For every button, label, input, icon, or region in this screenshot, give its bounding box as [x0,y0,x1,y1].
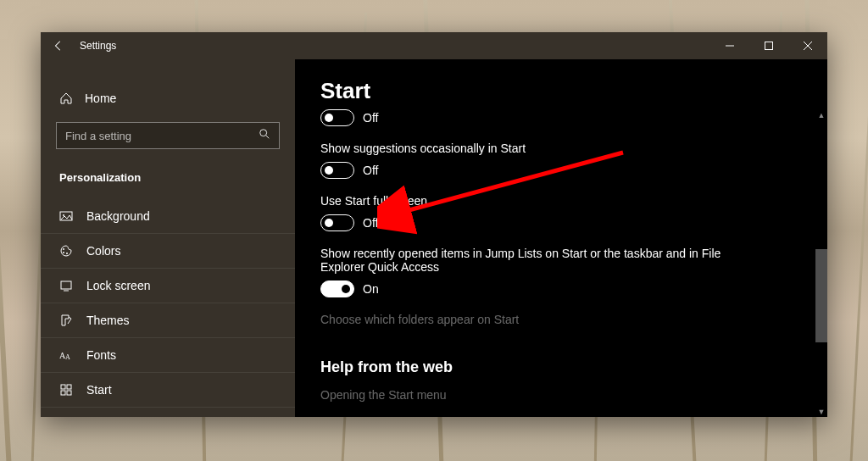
svg-rect-13 [61,385,65,389]
svg-point-8 [66,253,68,254]
close-button[interactable] [788,32,827,59]
toggle-label: Show recently opened items in Jump Lists… [320,247,736,274]
scroll-down-icon[interactable]: ▼ [815,406,827,417]
svg-rect-14 [67,385,71,389]
sidebar-item-label: Fonts [86,348,116,362]
home-label: Home [85,92,116,105]
search-input[interactable] [65,130,250,142]
toggle-state: On [363,282,379,296]
search-box[interactable] [56,122,280,149]
fonts-icon: AA [59,348,73,362]
minimize-icon [726,42,734,50]
window-title: Settings [80,40,116,52]
palette-icon [59,244,73,258]
toggle-partial[interactable]: Off [320,109,793,126]
close-icon [804,42,812,50]
sidebar-item-label: Themes [86,314,130,327]
maximize-icon [765,42,773,50]
choose-folders-link[interactable]: Choose which folders appear on Start [320,313,793,326]
toggle-row-partial: Off [320,109,793,126]
toggle-state: Off [363,216,378,230]
sidebar-item-start[interactable]: Start [41,373,295,408]
toggle-switch[interactable] [320,162,354,179]
toggle-state: Off [363,164,378,177]
search-icon [259,128,270,143]
back-button[interactable] [41,32,76,59]
minimize-button[interactable] [710,32,749,59]
svg-rect-9 [61,281,71,289]
sidebar-item-colors[interactable]: Colors [41,234,295,269]
svg-point-6 [63,248,64,250]
home-icon [59,92,73,105]
toggle-jumplists[interactable]: On [320,280,793,297]
help-header: Help from the web [320,358,793,376]
svg-rect-15 [61,391,65,395]
arrow-left-icon [53,40,64,52]
main-panel: Start Off Show suggestions occasionally … [295,59,827,417]
sidebar-item-label: Lock screen [86,279,150,292]
scroll-up-icon[interactable]: ▲ [815,109,827,121]
svg-rect-16 [67,391,71,395]
home-link[interactable]: Home [41,83,295,114]
scroll-track[interactable] [815,121,827,406]
themes-icon [59,314,73,327]
toggle-switch[interactable] [320,280,354,297]
sidebar: Home Personalization Background Colors [41,59,295,417]
svg-point-2 [260,130,267,136]
svg-rect-1 [765,42,773,50]
sidebar-item-fonts[interactable]: AA Fonts [41,338,295,373]
toggle-suggestions[interactable]: Off [320,162,793,179]
toggle-fullscreen[interactable]: Off [320,214,793,231]
toggle-switch[interactable] [320,109,354,126]
sidebar-item-label: Start [86,383,112,397]
image-icon [59,209,73,223]
toggle-label: Show suggestions occasionally in Start [320,142,736,155]
sidebar-item-lockscreen[interactable]: Lock screen [41,269,295,303]
svg-line-3 [266,136,270,139]
toggle-state: Off [363,111,378,125]
maximize-button[interactable] [749,32,788,59]
sidebar-item-background[interactable]: Background [41,199,295,234]
vertical-scrollbar[interactable]: ▲ ▼ [815,109,827,417]
sidebar-item-label: Colors [86,244,120,258]
lockscreen-icon [59,279,73,292]
toggle-switch[interactable] [320,214,354,231]
page-title: Start [320,78,827,104]
toggle-label: Use Start full screen [320,194,736,208]
sidebar-item-label: Background [86,209,150,223]
section-header: Personalization [41,164,295,199]
titlebar: Settings [41,32,827,59]
sidebar-item-themes[interactable]: Themes [41,303,295,338]
svg-point-7 [63,252,64,253]
start-icon [59,383,73,397]
help-link[interactable]: Opening the Start menu [320,388,793,402]
svg-text:A: A [65,353,70,361]
scroll-thumb[interactable] [815,249,827,342]
settings-window: Settings Home [41,32,827,417]
